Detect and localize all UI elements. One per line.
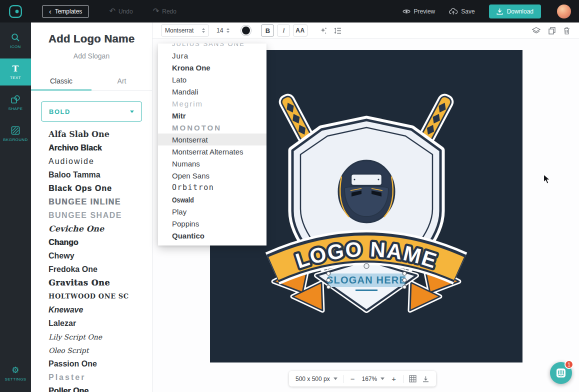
- font-option[interactable]: Open Sans: [158, 170, 266, 182]
- font-list-item-label: HOLTWOOD ONE SC: [48, 292, 129, 300]
- undo-button[interactable]: ↶ Undo: [109, 8, 132, 15]
- font-option[interactable]: Krona One: [158, 62, 266, 74]
- canvas-controls: 500 x 500 px − 167% +: [289, 371, 436, 386]
- duplicate-button[interactable]: [548, 27, 556, 34]
- stepper-icon: [226, 28, 230, 33]
- grid-toggle-button[interactable]: [409, 375, 416, 382]
- app-logo-icon: [8, 4, 22, 18]
- font-size-value: 14: [216, 27, 223, 34]
- font-list-item[interactable]: BUNGEE SHADE: [31, 208, 152, 222]
- layers-button[interactable]: [532, 27, 540, 34]
- chat-button[interactable]: 1: [550, 362, 572, 384]
- templates-button[interactable]: ‹ Templates: [42, 5, 89, 18]
- tab-art[interactable]: Art: [92, 72, 152, 90]
- bold-button[interactable]: B: [261, 24, 274, 36]
- slogan-text[interactable]: SLOGAN HERE: [326, 274, 406, 286]
- zoom-out-button[interactable]: −: [349, 374, 356, 383]
- redo-button[interactable]: ↷ Redo: [153, 8, 176, 15]
- font-list-item[interactable]: Audiowide: [31, 154, 152, 168]
- font-option[interactable]: Montserrat: [158, 134, 266, 146]
- font-list-item[interactable]: Ceviche One: [31, 222, 152, 236]
- zoom-in-button[interactable]: +: [390, 374, 398, 383]
- font-list-item[interactable]: Gravitas One: [31, 276, 152, 290]
- font-option[interactable]: Numans: [158, 158, 266, 170]
- effects-button[interactable]: [320, 27, 327, 34]
- font-list-item-label: Knewave: [48, 306, 83, 314]
- redo-icon: ↷: [153, 8, 160, 15]
- layers-icon: [532, 27, 540, 34]
- font-list-item[interactable]: Alfa Slab One: [31, 128, 152, 141]
- object-actions: [532, 27, 570, 34]
- font-option[interactable]: Mitr: [158, 110, 266, 122]
- add-logo-name-button[interactable]: Add Logo Name: [31, 32, 152, 46]
- preview-button[interactable]: Preview: [402, 8, 436, 15]
- uppercase-button[interactable]: AA: [293, 24, 307, 36]
- line-spacing-button[interactable]: [334, 28, 342, 34]
- font-family-dropdown: Julius Sans One Jura Krona One Lato Mand…: [158, 44, 266, 246]
- templates-label: Templates: [55, 8, 82, 15]
- download-button[interactable]: Download: [489, 4, 541, 18]
- font-option-label: Krona One: [172, 64, 210, 72]
- font-size-select[interactable]: 14: [216, 27, 230, 34]
- font-option[interactable]: Megrim: [158, 98, 266, 110]
- font-option[interactable]: Jura: [158, 50, 266, 62]
- font-list-item[interactable]: Black Ops One: [31, 182, 152, 195]
- sidebar-item-bkground[interactable]: BKGROUND: [0, 120, 31, 148]
- font-list-item[interactable]: Chango: [31, 236, 152, 249]
- font-list-item[interactable]: Plaster: [31, 370, 152, 384]
- save-button[interactable]: Save: [449, 8, 474, 15]
- font-option[interactable]: Oswald: [158, 194, 266, 206]
- font-list-item[interactable]: Archivo Black: [31, 141, 152, 154]
- font-option[interactable]: Poppins: [158, 218, 266, 230]
- font-list: Alfa Slab One Archivo Black Audiowide Ba…: [31, 128, 152, 392]
- font-list-item[interactable]: Knewave: [31, 303, 152, 316]
- font-option[interactable]: Monoton: [158, 122, 266, 134]
- font-category-dropdown[interactable]: BOLD: [41, 102, 142, 122]
- user-avatar[interactable]: [557, 4, 571, 18]
- font-option-label: Jura: [172, 52, 188, 60]
- font-list-item[interactable]: HOLTWOOD ONE SC: [31, 290, 152, 303]
- sidebar-item-shape[interactable]: SHAPE: [0, 90, 31, 116]
- font-list-item[interactable]: BUNGEE INLINE: [31, 195, 152, 208]
- sidebar-item-icon[interactable]: ICON: [0, 28, 31, 54]
- zoom-level-dropdown[interactable]: 167%: [362, 376, 384, 382]
- font-list-item-label: Alfa Slab One: [48, 130, 110, 139]
- font-list-item-label: Fredoka One: [48, 265, 98, 274]
- font-option[interactable]: Quantico: [158, 230, 266, 242]
- font-option[interactable]: Mandali: [158, 86, 266, 98]
- stepper-icon: [202, 28, 205, 33]
- sidebar-item-text[interactable]: T TEXT: [0, 58, 31, 86]
- rotate-handle[interactable]: [364, 264, 369, 268]
- font-option[interactable]: Lato: [158, 74, 266, 86]
- font-list-item-label: Black Ops One: [48, 184, 112, 193]
- font-list-item[interactable]: Baloo Tamma: [31, 168, 152, 182]
- tab-classic[interactable]: Classic: [31, 72, 92, 90]
- italic-button[interactable]: I: [277, 24, 290, 36]
- font-family-select[interactable]: Montserrat: [161, 24, 209, 36]
- redo-label: Redo: [162, 8, 176, 15]
- chevron-down-icon: [334, 378, 338, 380]
- text-color-swatch[interactable]: [241, 26, 251, 36]
- add-slogan-button[interactable]: Add Slogan: [31, 52, 152, 60]
- font-list-item[interactable]: Lalezar: [31, 316, 152, 330]
- canvas-size-dropdown[interactable]: 500 x 500 px: [296, 376, 338, 382]
- app-logo[interactable]: [0, 4, 31, 18]
- sidebar-item-settings[interactable]: ⚙ SETTINGS: [0, 360, 31, 387]
- font-list-item[interactable]: Fredoka One: [31, 262, 152, 276]
- sidebar-item-label: SETTINGS: [4, 377, 26, 382]
- font-list-item[interactable]: Passion One: [31, 357, 152, 370]
- font-option[interactable]: Play: [158, 206, 266, 218]
- ninja-logo-artwork[interactable]: LOGO NAME LOGO NAME SLOGAN HERE: [262, 92, 470, 315]
- snap-button[interactable]: [422, 376, 430, 382]
- font-option[interactable]: Montserrat Alternates: [158, 146, 266, 158]
- font-option-label: Monoton: [172, 124, 222, 132]
- font-option[interactable]: Julius Sans One: [158, 44, 266, 50]
- font-option-label: Play: [172, 208, 186, 216]
- font-option[interactable]: Orbitron: [158, 182, 266, 194]
- font-list-item[interactable]: Oleo Script: [31, 344, 152, 357]
- delete-button[interactable]: [564, 27, 570, 34]
- font-list-item[interactable]: Chewy: [31, 249, 152, 262]
- font-list-item[interactable]: Poller One: [31, 384, 152, 392]
- font-list-item[interactable]: Lily Script One: [31, 330, 152, 344]
- font-option-label: Poppins: [172, 220, 199, 228]
